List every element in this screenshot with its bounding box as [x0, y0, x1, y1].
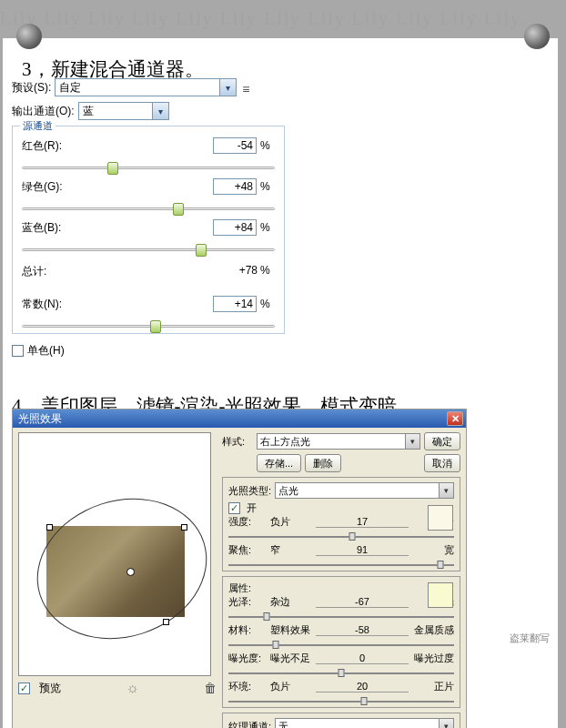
monochrome-checkbox[interactable] [12, 345, 24, 357]
light-color-swatch[interactable] [428, 505, 453, 531]
preset-select[interactable]: 自定 [55, 78, 237, 96]
slider-thumb[interactable] [438, 561, 444, 569]
constant-slider[interactable] [22, 325, 275, 328]
light-type-box: 光照类型: 点光 开 强度: 负片 17 全 [222, 477, 460, 571]
constant-label: 常数(N): [22, 297, 73, 312]
blue-label: 蓝色(B): [22, 220, 73, 236]
material-right: 金属质感 [410, 623, 454, 637]
preset-value: 自定 [59, 80, 81, 96]
focus-left: 窄 [270, 543, 314, 557]
source-channel-fieldset: 源通道 红色(R): % 绿色(G): % 蓝色(B): % [12, 126, 285, 334]
blue-input[interactable] [213, 219, 257, 236]
percent-sign: % [260, 139, 275, 152]
output-channel-value: 蓝 [83, 104, 94, 119]
exposure-left: 曝光不足 [270, 652, 314, 665]
ambience-slider[interactable] [228, 701, 454, 703]
red-input[interactable] [213, 137, 257, 154]
focus-slider[interactable] [228, 564, 454, 566]
chevron-down-icon [219, 79, 236, 96]
exposure-slider[interactable] [228, 672, 454, 674]
menu-icon[interactable] [242, 82, 257, 93]
dialog-titlebar[interactable]: 光照效果 ✕ [13, 410, 466, 428]
attribution-text: 盗莱翻写 [510, 632, 550, 645]
focus-label: 聚焦: [228, 543, 268, 557]
light-type-label: 光照类型: [228, 484, 271, 498]
focus-value: 91 [316, 544, 409, 556]
total-value: +78 [217, 264, 260, 279]
light-handle[interactable] [46, 524, 53, 531]
gloss-left: 杂边 [270, 595, 314, 609]
exposure-value: 0 [316, 652, 409, 664]
green-input[interactable] [213, 178, 257, 195]
slider-thumb[interactable] [349, 532, 356, 541]
chevron-down-icon [439, 719, 453, 728]
trash-icon[interactable]: 🗑 [204, 681, 217, 695]
cancel-button[interactable]: 取消 [424, 454, 460, 472]
texture-channel-value: 无 [278, 720, 288, 729]
light-type-value: 点光 [278, 484, 298, 498]
rivet-left [16, 24, 42, 49]
slider-thumb[interactable] [150, 320, 161, 333]
output-channel-select[interactable]: 蓝 [78, 102, 169, 120]
preset-label: 预设(S): [12, 80, 51, 96]
texture-channel-select[interactable]: 无 [275, 718, 454, 728]
slider-thumb[interactable] [339, 669, 345, 677]
intensity-value: 17 [316, 516, 409, 528]
slider-thumb[interactable] [173, 203, 184, 216]
save-button[interactable]: 存储... [257, 454, 301, 472]
material-slider[interactable] [228, 644, 454, 646]
dialog-title: 光照效果 [18, 411, 62, 427]
ok-button[interactable]: 确定 [424, 432, 460, 450]
light-on-label: 开 [247, 501, 257, 515]
chevron-down-icon [439, 483, 453, 498]
output-channel-label: 输出通道(O): [12, 104, 75, 119]
slider-thumb[interactable] [107, 162, 118, 175]
light-handle[interactable] [163, 619, 169, 625]
ambience-color-swatch[interactable] [428, 582, 453, 608]
intensity-left: 负片 [270, 515, 314, 529]
lightbulb-icon[interactable]: ☼ [126, 680, 139, 696]
light-ellipse[interactable] [18, 477, 211, 660]
delete-button[interactable]: 删除 [305, 454, 341, 472]
light-handle[interactable] [181, 524, 187, 531]
slider-thumb[interactable] [273, 641, 279, 649]
style-value: 右上方点光 [260, 435, 310, 449]
green-slider[interactable] [22, 207, 275, 210]
texture-channel-label: 纹理通道: [228, 720, 271, 729]
chevron-down-icon [152, 103, 168, 119]
monochrome-label: 单色(H) [27, 343, 65, 359]
focus-right: 宽 [410, 543, 454, 557]
source-channel-legend: 源通道 [20, 119, 56, 133]
lighting-preview[interactable] [18, 432, 211, 676]
ambience-label: 环境: [228, 680, 268, 693]
material-left: 塑料效果 [270, 623, 314, 637]
light-center-handle[interactable] [126, 568, 135, 576]
green-label: 绿色(G): [22, 179, 73, 195]
exposure-label: 曝光度: [228, 652, 268, 665]
lighting-effects-dialog: 光照效果 ✕ 预览 ☼ 🗑 [12, 409, 467, 728]
rivet-right [524, 24, 550, 49]
red-label: 红色(R): [22, 138, 73, 154]
slider-thumb[interactable] [196, 244, 207, 257]
constant-input[interactable] [213, 296, 257, 312]
ambience-value: 20 [316, 681, 409, 693]
light-on-checkbox[interactable] [228, 502, 240, 514]
close-button[interactable]: ✕ [447, 411, 463, 426]
slider-thumb[interactable] [360, 697, 367, 705]
intensity-label: 强度: [228, 515, 268, 529]
chevron-down-icon [405, 434, 419, 449]
gloss-value: -67 [316, 596, 409, 608]
slider-thumb[interactable] [264, 612, 270, 621]
preview-label: 预览 [39, 681, 61, 696]
preview-checkbox[interactable] [18, 682, 30, 694]
properties-box: 属性: 光泽: 杂边 -67 发光 材料: 塑料效果 -58 金属质感 曝光度: [222, 576, 460, 708]
blue-slider[interactable] [22, 248, 275, 251]
style-select[interactable]: 右上方点光 [257, 433, 420, 450]
gloss-label: 光泽: [228, 595, 268, 609]
properties-label: 属性: [228, 581, 454, 595]
intensity-slider[interactable] [228, 536, 454, 538]
light-type-select[interactable]: 点光 [275, 482, 454, 499]
gloss-slider[interactable] [228, 616, 454, 618]
total-label: 总计: [22, 264, 73, 279]
red-slider[interactable] [22, 167, 275, 169]
